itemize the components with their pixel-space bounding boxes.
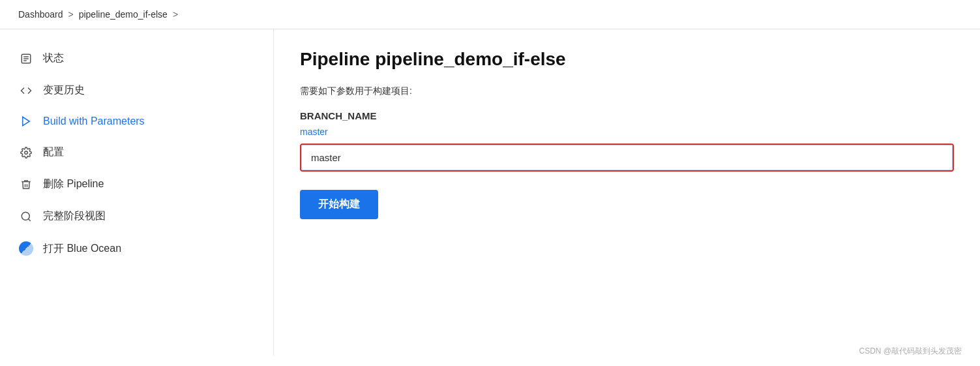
sidebar-item-full-stages-label: 完整阶段视图: [43, 209, 106, 223]
svg-point-5: [25, 151, 28, 154]
page-title: Pipeline pipeline_demo_if-else: [300, 49, 954, 70]
sidebar: 状态 变更历史 Build with Parameters: [0, 29, 274, 356]
input-wrapper: [300, 144, 954, 172]
sidebar-item-history[interactable]: 变更历史: [0, 74, 273, 106]
svg-point-6: [22, 212, 29, 220]
watermark: CSDN @敲代码敲到头发茂密: [859, 346, 962, 357]
sidebar-item-delete-label: 删除 Pipeline: [43, 177, 104, 191]
subtitle: 需要如下参数用于构建项目:: [300, 85, 954, 97]
breadcrumb-sep-1: >: [68, 9, 74, 20]
branch-name-input[interactable]: [301, 145, 953, 170]
sidebar-item-config-label: 配置: [43, 145, 64, 159]
main-content: Pipeline pipeline_demo_if-else 需要如下参数用于构…: [274, 29, 980, 356]
breadcrumb-pipeline[interactable]: pipeline_demo_if-else: [79, 9, 168, 20]
blue-ocean-icon: [18, 241, 34, 256]
search-icon: [18, 211, 34, 222]
svg-marker-4: [23, 117, 30, 126]
sidebar-item-status-label: 状态: [43, 52, 64, 65]
list-icon: [18, 53, 34, 65]
sidebar-item-build-params-label: Build with Parameters: [43, 115, 145, 127]
play-icon: [18, 115, 34, 127]
gear-icon: [18, 147, 34, 159]
sidebar-item-blue-ocean-label: 打开 Blue Ocean: [43, 242, 121, 256]
code-icon: [18, 85, 34, 97]
sidebar-item-delete[interactable]: 删除 Pipeline: [0, 168, 273, 200]
sidebar-item-full-stages[interactable]: 完整阶段视图: [0, 200, 273, 232]
breadcrumb: Dashboard > pipeline_demo_if-else >: [0, 0, 980, 29]
sidebar-item-build-params[interactable]: Build with Parameters: [0, 106, 273, 136]
default-hint: master: [300, 127, 954, 137]
build-button[interactable]: 开始构建: [300, 190, 378, 219]
sidebar-item-blue-ocean[interactable]: 打开 Blue Ocean: [0, 232, 273, 265]
trash-icon: [18, 179, 34, 191]
main-layout: 状态 变更历史 Build with Parameters: [0, 29, 980, 356]
sidebar-item-config[interactable]: 配置: [0, 136, 273, 168]
param-name: BRANCH_NAME: [300, 110, 954, 121]
sidebar-item-history-label: 变更历史: [43, 84, 85, 97]
breadcrumb-sep-2: >: [173, 9, 178, 20]
breadcrumb-dashboard[interactable]: Dashboard: [18, 9, 63, 20]
sidebar-item-status[interactable]: 状态: [0, 42, 273, 74]
svg-line-7: [28, 219, 30, 221]
